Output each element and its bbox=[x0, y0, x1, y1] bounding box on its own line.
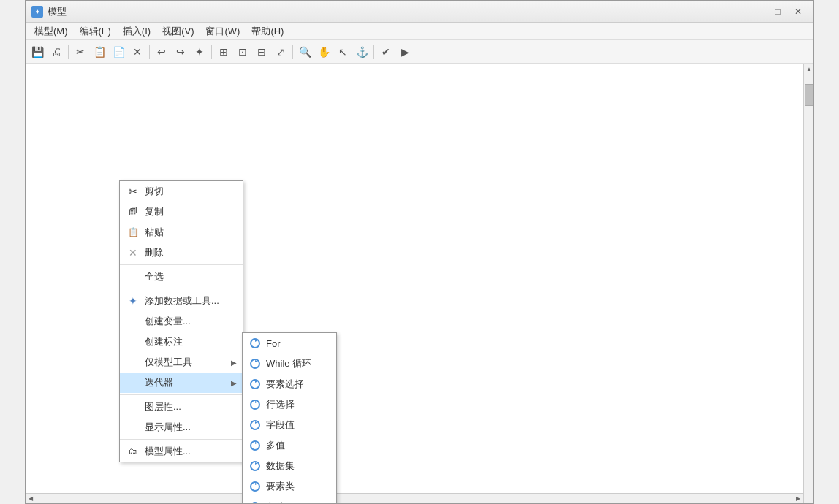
while-loop-icon bbox=[248, 357, 262, 370]
iterator-icon-placeholder bbox=[126, 375, 140, 390]
ctx-adddata[interactable]: ✦ 添加数据或工具... bbox=[120, 291, 243, 311]
link-button[interactable]: ⚓ bbox=[353, 43, 371, 61]
run-button[interactable]: ▶ bbox=[396, 43, 414, 61]
menu-edit[interactable]: 编辑(E) bbox=[74, 23, 117, 39]
print-button[interactable]: 🖨 bbox=[48, 43, 65, 61]
modeltool-icon-placeholder bbox=[126, 355, 140, 370]
grid-button[interactable]: ⊞ bbox=[215, 43, 232, 61]
ctx-paste[interactable]: 📋 粘贴 bbox=[120, 222, 243, 243]
title-bar: ♦ 模型 ─ □ ✕ bbox=[26, 1, 813, 23]
ctx-delete-label: 删除 bbox=[145, 246, 164, 259]
main-canvas[interactable]: ▲ ◀ ▶ ✂ 剪切 🗐 复制 📋 粘贴 ✕ bbox=[26, 64, 813, 503]
ctx-copy[interactable]: 🗐 复制 bbox=[120, 202, 243, 222]
menu-help[interactable]: 帮助(H) bbox=[246, 23, 289, 39]
ctx-properties-label: 图层性... bbox=[145, 400, 181, 413]
ctx-selectall[interactable]: 全选 bbox=[120, 267, 243, 287]
ctx-properties[interactable]: 图层性... bbox=[120, 397, 243, 417]
delete-icon: ✕ bbox=[126, 245, 140, 260]
redo-button[interactable]: ↪ bbox=[172, 43, 189, 61]
sub-while[interactable]: While 循环 bbox=[243, 354, 336, 374]
sub-dataset-label: 数据集 bbox=[266, 459, 295, 473]
menu-window[interactable]: 窗口(W) bbox=[200, 23, 246, 39]
ctx-createvar[interactable]: 创建变量... bbox=[120, 311, 243, 332]
modeltool-arrow-icon: ▶ bbox=[231, 359, 237, 367]
toolbar-separator-1 bbox=[68, 45, 69, 59]
sub-featureselect-label: 要素选择 bbox=[266, 378, 304, 391]
sub-file[interactable]: 文件 bbox=[243, 497, 336, 503]
sub-featureselect[interactable]: 要素选择 bbox=[243, 374, 336, 394]
sub-fieldval[interactable]: 字段值 bbox=[243, 415, 336, 435]
paste-icon: 📋 bbox=[126, 225, 140, 240]
properties-icon-placeholder bbox=[126, 400, 140, 414]
ctx-sep-3 bbox=[120, 394, 243, 395]
ctx-modeltool-label: 仅模型工具 bbox=[145, 356, 192, 369]
cut-button[interactable]: ✂ bbox=[72, 43, 89, 61]
title-buttons: ─ □ ✕ bbox=[748, 4, 808, 19]
multival-icon bbox=[248, 439, 262, 452]
zoom-in-button[interactable]: 🔍 bbox=[296, 43, 314, 61]
validate-button[interactable]: ✔ bbox=[377, 43, 395, 61]
sub-fieldval-label: 字段值 bbox=[266, 419, 295, 432]
modelprops-icon: 🗂 bbox=[126, 444, 140, 459]
ctx-cut[interactable]: ✂ 剪切 bbox=[120, 181, 243, 202]
sub-dataset[interactable]: 数据集 bbox=[243, 456, 336, 476]
adddata-icon: ✦ bbox=[126, 294, 140, 308]
expand-button[interactable]: ⊟ bbox=[253, 43, 270, 61]
svg-point-8 bbox=[251, 503, 259, 503]
sub-for[interactable]: For bbox=[243, 333, 336, 354]
ctx-iterator-label: 迭代器 bbox=[145, 376, 173, 389]
ctx-adddata-label: 添加数据或工具... bbox=[145, 294, 219, 308]
delete-button[interactable]: ✕ bbox=[129, 43, 146, 61]
copy-button[interactable]: 📋 bbox=[91, 43, 108, 61]
scroll-thumb-v[interactable] bbox=[805, 84, 813, 106]
sub-rowselect[interactable]: 行选择 bbox=[243, 394, 336, 415]
window-title: 模型 bbox=[48, 5, 748, 18]
scroll-right-arrow[interactable]: ▶ bbox=[793, 494, 803, 504]
menu-view[interactable]: 视图(V) bbox=[156, 23, 200, 39]
sub-featureclass-label: 要素类 bbox=[266, 480, 295, 493]
minimize-button[interactable]: ─ bbox=[748, 4, 767, 19]
sub-multival[interactable]: 多值 bbox=[243, 435, 336, 456]
iterator-arrow-icon: ▶ bbox=[231, 379, 237, 387]
featureclass-icon bbox=[248, 480, 262, 493]
maximize-button[interactable]: □ bbox=[768, 4, 787, 19]
ctx-createvar-label: 创建变量... bbox=[145, 315, 191, 328]
fit-button[interactable]: ⤢ bbox=[272, 43, 289, 61]
undo-button[interactable]: ↩ bbox=[153, 43, 170, 61]
ctx-display[interactable]: 显示属性... bbox=[120, 417, 243, 438]
ctx-paste-label: 粘贴 bbox=[145, 226, 164, 239]
vertical-scrollbar[interactable]: ▲ bbox=[803, 64, 813, 503]
ctx-iterator[interactable]: 迭代器 ▶ bbox=[120, 373, 243, 393]
add-button[interactable]: ✦ bbox=[191, 43, 208, 61]
scroll-up-arrow[interactable]: ▲ bbox=[804, 64, 813, 74]
scroll-left-arrow[interactable]: ◀ bbox=[26, 494, 36, 504]
submenu-iterator: For While 循环 要素选择 bbox=[242, 332, 337, 503]
sub-featureclass[interactable]: 要素类 bbox=[243, 476, 336, 497]
select-button[interactable]: ⊡ bbox=[234, 43, 251, 61]
ctx-sep-4 bbox=[120, 439, 243, 440]
cut-icon: ✂ bbox=[126, 184, 140, 199]
rowselect-icon bbox=[248, 398, 262, 411]
save-button[interactable]: 💾 bbox=[29, 43, 46, 61]
pan-button[interactable]: ✋ bbox=[315, 43, 333, 61]
cursor-button[interactable]: ↖ bbox=[334, 43, 352, 61]
toolbar-separator-2 bbox=[149, 45, 150, 59]
sub-while-label: While 循环 bbox=[266, 357, 311, 370]
sub-multival-label: 多值 bbox=[266, 439, 285, 452]
sub-rowselect-label: 行选择 bbox=[266, 398, 295, 411]
ctx-modelprops[interactable]: 🗂 模型属性... bbox=[120, 441, 243, 462]
horizontal-scrollbar[interactable]: ◀ ▶ bbox=[26, 493, 803, 503]
fieldval-icon bbox=[248, 419, 262, 432]
close-button[interactable]: ✕ bbox=[789, 4, 808, 19]
copy-icon: 🗐 bbox=[126, 205, 140, 219]
toolbar-separator-4 bbox=[292, 45, 293, 59]
ctx-createlabel[interactable]: 创建标注 bbox=[120, 332, 243, 352]
ctx-modeltool[interactable]: 仅模型工具 ▶ bbox=[120, 352, 243, 373]
ctx-selectall-label: 全选 bbox=[145, 270, 164, 283]
ctx-display-label: 显示属性... bbox=[145, 421, 191, 434]
paste-button[interactable]: 📄 bbox=[110, 43, 127, 61]
ctx-delete[interactable]: ✕ 删除 bbox=[120, 243, 243, 263]
context-menu: ✂ 剪切 🗐 复制 📋 粘贴 ✕ 删除 全选 ✦ bbox=[119, 180, 243, 462]
menu-insert[interactable]: 插入(I) bbox=[117, 23, 156, 39]
menu-model[interactable]: 模型(M) bbox=[29, 23, 74, 39]
